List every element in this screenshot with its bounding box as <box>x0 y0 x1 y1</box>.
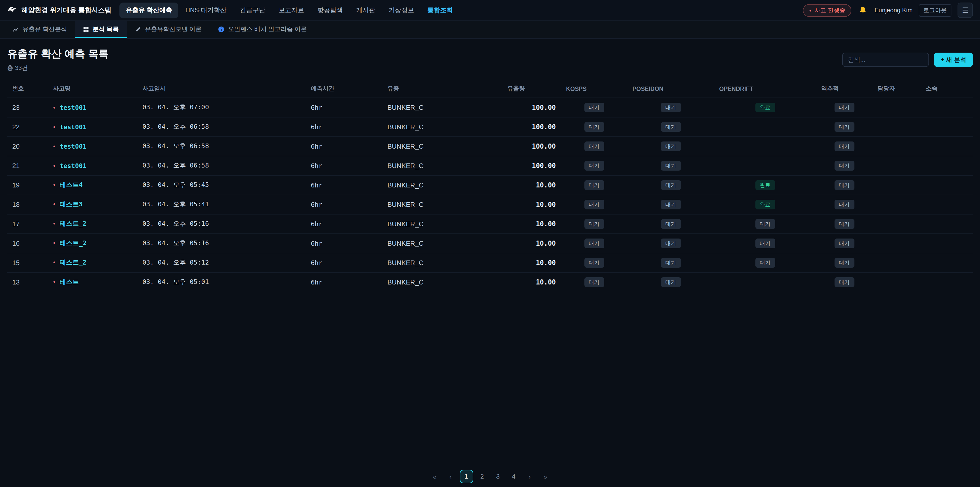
bell-icon <box>859 6 867 14</box>
tab-grid[interactable]: 분석 목록 <box>75 21 127 38</box>
incident-status-label: 사고 진행중 <box>815 6 845 14</box>
grid-icon <box>83 26 89 32</box>
status-badge: 대기 <box>834 238 854 248</box>
nav-item[interactable]: 게시판 <box>350 2 382 18</box>
status-badge: 대기 <box>584 219 604 229</box>
table-row: 17●테스트_203. 04. 오후 05:166hrBUNKER_C10.00… <box>7 214 973 234</box>
status-badge: 대기 <box>834 200 854 209</box>
page-last-button[interactable]: » <box>539 470 552 483</box>
page-number-button[interactable]: 4 <box>507 470 520 483</box>
main-nav: 유출유 확산예측HNS·대기확산긴급구난보고자료항공탐색게시판기상정보통합조회 <box>119 2 459 18</box>
incident-name-link[interactable]: 테스트 <box>60 278 79 286</box>
table-row: 20●test00103. 04. 오후 06:586hrBUNKER_C100… <box>7 137 973 156</box>
status-badge: 대기 <box>755 219 775 229</box>
analysis-chart-icon <box>12 26 19 32</box>
page-prev-button[interactable]: ‹ <box>444 470 457 483</box>
status-badge: 대기 <box>584 142 604 151</box>
table-body: 23●test00103. 04. 오후 07:006hrBUNKER_C100… <box>7 98 973 292</box>
status-badge: 대기 <box>584 258 604 268</box>
column-header: 유출량 <box>502 80 561 98</box>
incident-status-dot: ● <box>53 202 56 206</box>
incident-name-link[interactable]: 테스트_2 <box>60 220 86 227</box>
status-badge: 대기 <box>584 122 604 132</box>
status-badge: 완료 <box>755 103 775 112</box>
column-header: 사고명 <box>48 80 137 98</box>
incident-status-dot: ● <box>53 221 56 226</box>
status-badge: 대기 <box>834 180 854 190</box>
status-badge: 대기 <box>661 238 681 248</box>
column-header: 유종 <box>382 80 502 98</box>
incident-status-dot: ● <box>53 163 56 168</box>
column-header: 담당자 <box>872 80 921 98</box>
incident-name-link[interactable]: 테스트_2 <box>60 239 86 247</box>
page-number-button[interactable]: 2 <box>476 470 489 483</box>
table-row: 15●테스트_203. 04. 오후 05:126hrBUNKER_C10.00… <box>7 253 973 273</box>
nav-item[interactable]: HNS·대기확산 <box>179 2 232 18</box>
nav-item[interactable]: 통합조회 <box>422 2 459 18</box>
nav-item[interactable]: 긴급구난 <box>234 2 272 18</box>
navbar-right: ● 사고 진행중 Eunjeong Kim 로그아웃 ☰ <box>803 3 973 18</box>
nav-item[interactable]: 보고자료 <box>272 2 310 18</box>
status-badge: 대기 <box>834 161 854 171</box>
column-header: 사고일시 <box>137 80 306 98</box>
incident-status-dot: ● <box>53 105 56 110</box>
incident-name-link[interactable]: 테스트4 <box>60 181 83 188</box>
prediction-table: 번호사고명사고일시예측시간유종유출량KOSPSPOSEIDONOPENDRIFT… <box>7 80 973 292</box>
nav-item[interactable]: 기상정보 <box>383 2 420 18</box>
incident-status-dot: ● <box>53 144 56 148</box>
logout-button[interactable]: 로그아웃 <box>919 4 951 17</box>
incident-status-dot: ● <box>53 182 56 187</box>
incident-name-link[interactable]: test001 <box>60 162 86 169</box>
incident-name-link[interactable]: test001 <box>60 104 86 111</box>
total-count: 총 33건 <box>7 64 109 72</box>
table-row: 16●테스트_203. 04. 오후 05:166hrBUNKER_C10.00… <box>7 234 973 253</box>
incident-name-link[interactable]: test001 <box>60 142 86 150</box>
status-badge: 대기 <box>584 200 604 209</box>
nav-item[interactable]: 항공탐색 <box>311 2 349 18</box>
nav-item[interactable]: 유출유 확산예측 <box>119 2 178 18</box>
status-badge: 대기 <box>584 238 604 248</box>
status-badge: 대기 <box>834 142 854 151</box>
page-number-button[interactable]: 3 <box>491 470 504 483</box>
status-badge: 대기 <box>661 103 681 112</box>
status-badge: 대기 <box>584 161 604 171</box>
incident-name-link[interactable]: test001 <box>60 123 86 131</box>
table-row: 21●test00103. 04. 오후 06:586hrBUNKER_C100… <box>7 156 973 176</box>
incident-status-dot: ● <box>53 125 56 129</box>
incident-dot-icon: ● <box>809 8 811 12</box>
tab-info[interactable]: 오일펜스 배치 알고리즘 이론 <box>210 21 315 38</box>
tab-pen[interactable]: 유출유확산모델 이론 <box>127 21 210 38</box>
brand[interactable]: 해양환경 위기대응 통합시스템 <box>7 5 111 15</box>
user-name: Eunjeong Kim <box>875 6 913 14</box>
incident-name-link[interactable]: 테스트_2 <box>60 259 86 266</box>
hamburger-menu-button[interactable]: ☰ <box>958 3 973 18</box>
sub-tabbar: 유출유 확산분석분석 목록유출유확산모델 이론오일펜스 배치 알고리즘 이론 <box>0 21 980 39</box>
info-icon <box>218 26 224 32</box>
page-first-button[interactable]: « <box>428 470 441 483</box>
table-header-row: 번호사고명사고일시예측시간유종유출량KOSPSPOSEIDONOPENDRIFT… <box>7 80 973 98</box>
column-header: 예측시간 <box>306 80 382 98</box>
pagination: «‹1234›» <box>0 470 980 483</box>
new-analysis-button[interactable]: + 새 분석 <box>934 53 973 67</box>
table-row: 13●테스트03. 04. 오후 05:016hrBUNKER_C10.00대기… <box>7 273 973 292</box>
page-number-button[interactable]: 1 <box>460 470 473 483</box>
top-navbar: 해양환경 위기대응 통합시스템 유출유 확산예측HNS·대기확산긴급구난보고자료… <box>0 0 980 21</box>
page-next-button[interactable]: › <box>523 470 536 483</box>
notifications-button[interactable] <box>858 5 869 16</box>
incident-status-badge[interactable]: ● 사고 진행중 <box>803 4 852 17</box>
search-input[interactable] <box>842 53 929 67</box>
brand-title: 해양환경 위기대응 통합시스템 <box>21 6 111 15</box>
status-badge: 대기 <box>755 238 775 248</box>
status-badge: 대기 <box>661 161 681 171</box>
tab-analysis-chart[interactable]: 유출유 확산분석 <box>4 21 75 38</box>
status-badge: 대기 <box>661 258 681 268</box>
pen-icon <box>135 26 141 32</box>
screen: 해양환경 위기대응 통합시스템 유출유 확산예측HNS·대기확산긴급구난보고자료… <box>0 0 980 487</box>
status-badge: 대기 <box>584 103 604 112</box>
incident-status-dot: ● <box>53 260 56 265</box>
page-title: 유출유 확산 예측 목록 <box>7 47 109 61</box>
status-badge: 대기 <box>834 277 854 287</box>
hamburger-icon: ☰ <box>962 6 968 14</box>
incident-name-link[interactable]: 테스트3 <box>60 200 83 208</box>
column-header: 역추적 <box>816 80 872 98</box>
